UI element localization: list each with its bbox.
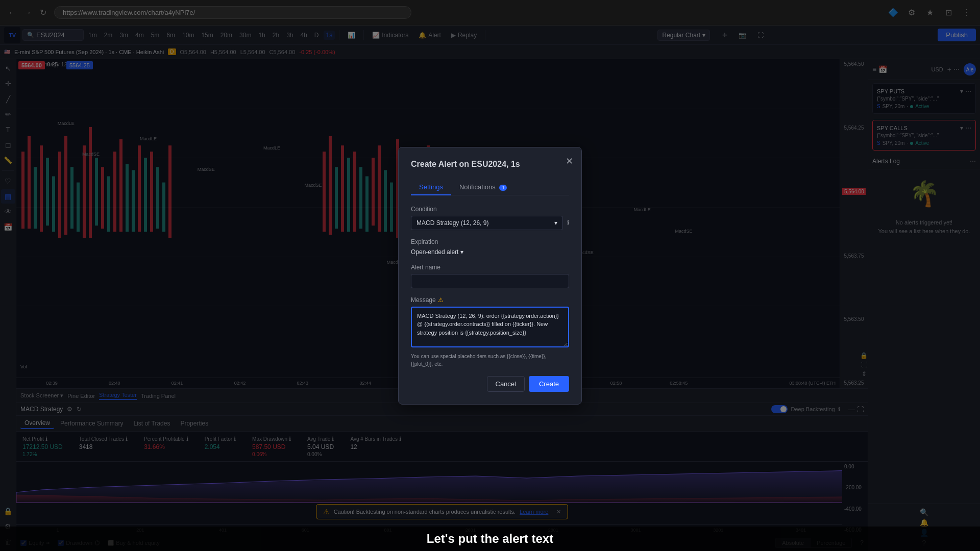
modal-tabs: Settings Notifications 1 bbox=[411, 179, 569, 195]
subtitle-text: Let's put the alert text bbox=[427, 532, 553, 545]
condition-select[interactable]: MACD Strategy (12, 26, 9) ▾ bbox=[411, 216, 563, 230]
modal-overlay: Create Alert on ESU2024, 1s ✕ Settings N… bbox=[0, 0, 980, 551]
alert-name-row: Alert name bbox=[411, 264, 569, 288]
condition-info-icon[interactable]: ℹ bbox=[567, 219, 569, 226]
tab-settings[interactable]: Settings bbox=[411, 179, 451, 195]
notif-badge: 1 bbox=[499, 185, 507, 191]
condition-label-row: Condition bbox=[411, 206, 569, 213]
alert-name-input[interactable] bbox=[411, 274, 569, 288]
message-label: Message bbox=[411, 296, 436, 304]
expiration-select[interactable]: Open-ended alert ▾ bbox=[411, 248, 569, 256]
expiration-chevron: ▾ bbox=[460, 248, 463, 256]
message-row: Message ⚠ MACD Strategy (12, 26, 9): ord… bbox=[411, 296, 569, 368]
message-label-row: Message ⚠ bbox=[411, 296, 569, 304]
condition-row: Condition MACD Strategy (12, 26, 9) ▾ ℹ bbox=[411, 206, 569, 230]
alert-name-label: Alert name bbox=[411, 264, 569, 271]
message-textarea[interactable]: MACD Strategy (12, 26, 9): order {{strat… bbox=[411, 307, 569, 347]
hint-text: You can use special placeholders such as… bbox=[411, 353, 569, 368]
condition-control: MACD Strategy (12, 26, 9) ▾ ℹ bbox=[411, 216, 569, 230]
create-button[interactable]: Create bbox=[529, 376, 569, 392]
select-chevron: ▾ bbox=[554, 219, 557, 227]
modal-close-btn[interactable]: ✕ bbox=[566, 156, 573, 167]
expiration-label: Expiration bbox=[411, 238, 569, 245]
expiration-row: Expiration Open-ended alert ▾ bbox=[411, 238, 569, 256]
condition-label: Condition bbox=[411, 206, 437, 213]
message-warning-icon[interactable]: ⚠ bbox=[438, 296, 444, 304]
create-alert-modal: Create Alert on ESU2024, 1s ✕ Settings N… bbox=[398, 147, 582, 405]
tab-notifications[interactable]: Notifications 1 bbox=[451, 179, 515, 195]
cancel-button[interactable]: Cancel bbox=[487, 376, 525, 392]
modal-title: Create Alert on ESU2024, 1s bbox=[411, 160, 569, 169]
subtitle-bar: Let's put the alert text bbox=[0, 527, 980, 551]
modal-actions: Cancel Create bbox=[411, 376, 569, 392]
